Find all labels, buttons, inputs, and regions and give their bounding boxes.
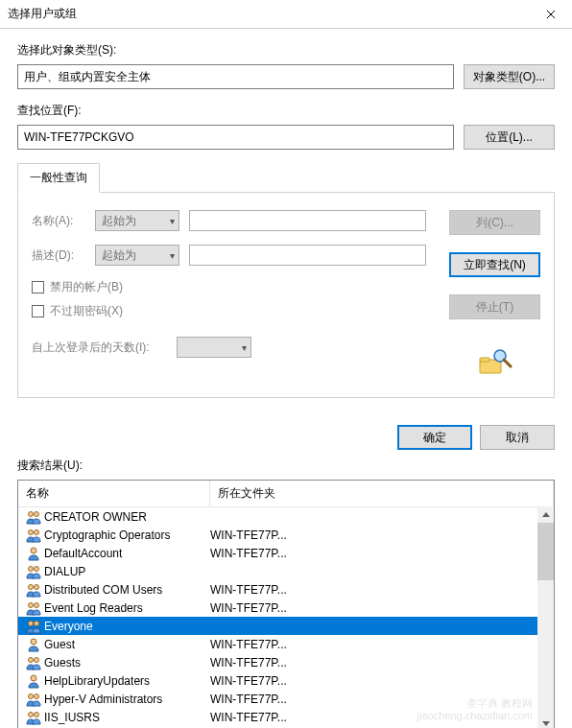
row-name-text: DIALUP	[44, 565, 85, 578]
svg-point-21	[29, 693, 34, 698]
magnifier-folder-icon	[478, 348, 512, 375]
svg-point-16	[35, 621, 39, 625]
scroll-up-button[interactable]	[537, 506, 554, 523]
columns-button[interactable]: 列(C)...	[449, 210, 540, 235]
desc-match-combo[interactable]: 起始为 ▾	[95, 245, 179, 266]
cell-name: CREATOR OWNER	[22, 509, 206, 525]
group-icon	[26, 655, 41, 670]
group-icon	[26, 619, 41, 634]
row-name-text: DefaultAccount	[44, 547, 122, 560]
column-header-name[interactable]: 名称	[18, 481, 210, 506]
cell-folder: WIN-TFE77P...	[206, 601, 554, 615]
user-icon	[26, 673, 41, 689]
disabled-accounts-checkbox[interactable]	[32, 281, 44, 294]
cell-folder: WIN-TFE77P...	[206, 711, 554, 724]
row-name-text: Hyper-V Administrators	[44, 693, 162, 706]
group-icon	[26, 582, 41, 598]
svg-point-14	[35, 602, 39, 607]
cancel-button[interactable]: 取消	[480, 425, 555, 450]
svg-point-15	[29, 621, 34, 625]
cell-folder: WIN-TFE77P...	[206, 656, 554, 669]
object-type-label: 选择此对象类型(S):	[17, 42, 555, 59]
svg-point-20	[31, 675, 36, 681]
group-icon	[26, 710, 41, 725]
table-row[interactable]: DefaultAccountWIN-TFE77P...	[18, 544, 554, 562]
column-header-folder[interactable]: 所在文件夹	[210, 481, 554, 506]
find-now-button[interactable]: 立即查找(N)	[449, 252, 540, 277]
table-body: CREATOR OWNERCryptographic OperatorsWIN-…	[18, 507, 554, 728]
table-row[interactable]: HelpLibraryUpdatersWIN-TFE77P...	[18, 671, 554, 690]
row-name-text: Cryptographic Operators	[44, 528, 170, 542]
group-icon	[26, 692, 41, 707]
table-row[interactable]: Cryptographic OperatorsWIN-TFE77P...	[18, 526, 554, 544]
location-input[interactable]	[17, 125, 454, 150]
location-label: 查找位置(F):	[17, 103, 555, 119]
table-header: 名称 所在文件夹	[18, 481, 554, 507]
table-row[interactable]: GuestsWIN-TFE77P...	[18, 653, 554, 671]
caret-up-icon	[542, 512, 550, 517]
desc-label: 描述(D):	[32, 247, 85, 264]
cell-name: Hyper-V Administrators	[22, 692, 206, 707]
table-row[interactable]: Everyone	[18, 617, 554, 635]
days-since-login-combo[interactable]: ▾	[177, 337, 251, 358]
cell-name: DIALUP	[22, 564, 206, 579]
scroll-down-button[interactable]	[537, 716, 554, 728]
svg-point-12	[35, 584, 39, 589]
row-name-text: Distributed COM Users	[44, 583, 162, 597]
svg-point-5	[35, 511, 39, 516]
table-row[interactable]: Distributed COM UsersWIN-TFE77P...	[18, 580, 554, 599]
user-icon	[26, 546, 41, 561]
scroll-thumb[interactable]	[537, 523, 554, 580]
table-row[interactable]: Event Log ReadersWIN-TFE77P...	[18, 599, 554, 617]
caret-down-icon	[542, 721, 550, 726]
svg-point-18	[29, 657, 34, 662]
svg-point-6	[29, 529, 34, 534]
name-match-combo[interactable]: 起始为 ▾	[95, 210, 179, 231]
cell-folder: WIN-TFE77P...	[206, 638, 554, 651]
stop-button[interactable]: 停止(T)	[449, 294, 540, 319]
ok-button[interactable]: 确定	[397, 425, 472, 450]
group-icon	[26, 509, 41, 525]
cell-folder: WIN-TFE77P...	[206, 547, 554, 560]
cell-folder: WIN-TFE77P...	[206, 693, 554, 706]
vertical-scrollbar[interactable]	[537, 506, 554, 728]
row-name-text: HelpLibraryUpdaters	[44, 674, 150, 688]
desc-input[interactable]	[189, 245, 426, 266]
name-label: 名称(A):	[32, 213, 85, 229]
non-expiring-pwd-checkbox[interactable]	[32, 305, 44, 317]
row-name-text: Guests	[44, 656, 81, 669]
cell-name: Guest	[22, 637, 206, 652]
cell-name: Distributed COM Users	[22, 582, 206, 598]
row-name-text: CREATOR OWNER	[44, 510, 147, 524]
chevron-down-icon: ▾	[170, 250, 175, 261]
non-expiring-pwd-label: 不过期密码(X)	[50, 303, 123, 319]
table-row[interactable]: Hyper-V AdministratorsWIN-TFE77P...	[18, 690, 554, 708]
name-input[interactable]	[189, 210, 426, 231]
table-row[interactable]: CREATOR OWNER	[18, 507, 554, 526]
user-icon	[26, 637, 41, 652]
svg-line-3	[504, 360, 511, 366]
table-row[interactable]: IIS_IUSRSWIN-TFE77P...	[18, 708, 554, 726]
scroll-track[interactable]	[537, 523, 554, 716]
search-results-table: 名称 所在文件夹 CREATOR OWNERCryptographic Oper…	[17, 480, 555, 728]
close-icon	[546, 10, 556, 19]
cell-folder: WIN-TFE77P...	[206, 528, 554, 542]
object-type-input[interactable]	[17, 64, 454, 89]
table-row[interactable]: GuestWIN-TFE77P...	[18, 635, 554, 653]
object-types-button[interactable]: 对象类型(O)...	[464, 64, 555, 89]
locations-button[interactable]: 位置(L)...	[464, 125, 555, 150]
titlebar: 选择用户或组	[0, 0, 572, 29]
tab-general-query[interactable]: 一般性查询	[17, 163, 100, 193]
row-name-text: IIS_IUSRS	[44, 711, 100, 724]
table-row[interactable]: DIALUP	[18, 562, 554, 580]
row-name-text: Event Log Readers	[44, 601, 143, 615]
close-button[interactable]	[529, 0, 572, 29]
group-icon	[26, 528, 41, 543]
dialog-content: 选择此对象类型(S): 对象类型(O)... 查找位置(F): 位置(L)...…	[0, 29, 572, 408]
svg-point-10	[35, 566, 39, 571]
group-icon	[26, 600, 41, 616]
chevron-down-icon: ▾	[170, 216, 175, 226]
search-graphic	[478, 325, 512, 378]
svg-rect-1	[480, 358, 489, 362]
group-icon	[26, 564, 41, 579]
